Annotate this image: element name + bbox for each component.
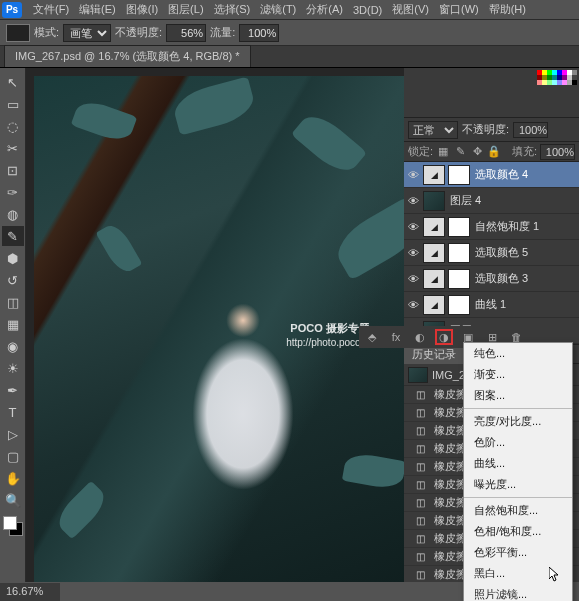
layer-opacity-input[interactable] — [513, 122, 548, 138]
menu-view[interactable]: 视图(V) — [387, 2, 434, 17]
move-tool[interactable]: ↖ — [2, 72, 24, 92]
new-adjustment-layer-icon[interactable]: ◑ — [435, 329, 453, 345]
layer-thumb[interactable]: ◢ — [423, 165, 445, 185]
layers-list: 👁◢选取颜色 4👁图层 4👁◢自然饱和度 1👁◢选取颜色 5👁◢选取颜色 3👁◢… — [404, 162, 579, 344]
lock-all-icon[interactable]: 🔒 — [487, 145, 501, 159]
pen-tool[interactable]: ✒ — [2, 380, 24, 400]
status-bar: 16.67% — [0, 583, 60, 601]
stamp-tool[interactable]: ⬢ — [2, 248, 24, 268]
blur-tool[interactable]: ◉ — [2, 336, 24, 356]
blend-mode-select[interactable]: 正常 — [408, 121, 458, 139]
layer-row[interactable]: 👁◢选取颜色 4 — [404, 162, 579, 188]
opacity-input[interactable] — [166, 24, 206, 42]
layer-mask-icon[interactable]: ◐ — [411, 329, 429, 345]
layer-name: 曲线 1 — [475, 297, 506, 312]
layer-row[interactable]: 👁◢选取颜色 3 — [404, 266, 579, 292]
canvas-area[interactable]: POCO 摄影专题 http://photo.poco.cn — [26, 68, 404, 582]
menu-image[interactable]: 图像(I) — [121, 2, 163, 17]
menu-layer[interactable]: 图层(L) — [163, 2, 208, 17]
layer-row[interactable]: 👁◢曲线 1 — [404, 292, 579, 318]
path-tool[interactable]: ▷ — [2, 424, 24, 444]
layer-thumb[interactable]: ◢ — [423, 217, 445, 237]
layer-opacity-label: 不透明度: — [462, 122, 509, 137]
visibility-icon[interactable]: 👁 — [406, 298, 420, 312]
menu-analysis[interactable]: 分析(A) — [301, 2, 348, 17]
layer-thumb[interactable]: ◢ — [423, 295, 445, 315]
layer-style-icon[interactable]: fx — [387, 329, 405, 345]
layer-thumb[interactable]: ◢ — [423, 243, 445, 263]
context-menu-item[interactable]: 色彩平衡... — [464, 542, 572, 563]
shape-tool[interactable]: ▢ — [2, 446, 24, 466]
crop-tool[interactable]: ⊡ — [2, 160, 24, 180]
eraser-icon: ◫ — [416, 497, 430, 509]
context-menu-item[interactable]: 曝光度... — [464, 474, 572, 495]
layer-mask-thumb[interactable] — [448, 217, 470, 237]
context-menu-item[interactable]: 图案... — [464, 385, 572, 406]
layer-mask-thumb[interactable] — [448, 269, 470, 289]
context-menu-item[interactable]: 色相/饱和度... — [464, 521, 572, 542]
context-menu-item[interactable]: 色阶... — [464, 432, 572, 453]
mouse-cursor-icon — [549, 567, 563, 583]
zoom-tool[interactable]: 🔍 — [2, 490, 24, 510]
adjustment-context-menu: 纯色...渐变...图案...亮度/对比度...色阶...曲线...曝光度...… — [463, 342, 573, 601]
lasso-tool[interactable]: ◌ — [2, 116, 24, 136]
options-bar: 模式: 画笔 不透明度: 流量: — [0, 20, 579, 46]
document-tab[interactable]: IMG_267.psd @ 16.7% (选取颜色 4, RGB/8) * — [4, 45, 251, 67]
context-menu-item[interactable]: 照片滤镜... — [464, 584, 572, 601]
flow-input[interactable] — [239, 24, 279, 42]
mode-select[interactable]: 画笔 — [63, 24, 111, 42]
eraser-icon: ◫ — [416, 479, 430, 491]
history-brush-tool[interactable]: ↺ — [2, 270, 24, 290]
layer-row[interactable]: 👁◢自然饱和度 1 — [404, 214, 579, 240]
layer-thumb[interactable]: ◢ — [423, 269, 445, 289]
brush-preview[interactable] — [6, 24, 30, 42]
color-panel[interactable] — [404, 68, 579, 118]
eraser-icon: ◫ — [416, 569, 430, 581]
flow-label: 流量: — [210, 25, 235, 40]
visibility-icon[interactable]: 👁 — [406, 194, 420, 208]
lock-transparency-icon[interactable]: ▦ — [436, 145, 450, 159]
hand-tool[interactable]: ✋ — [2, 468, 24, 488]
menu-select[interactable]: 选择(S) — [209, 2, 256, 17]
layer-row[interactable]: 👁◢选取颜色 5 — [404, 240, 579, 266]
color-swatches[interactable] — [3, 516, 23, 536]
menu-3d[interactable]: 3D(D) — [348, 4, 387, 16]
eraser-icon: ◫ — [416, 551, 430, 563]
context-menu-item[interactable]: 亮度/对比度... — [464, 411, 572, 432]
marquee-tool[interactable]: ▭ — [2, 94, 24, 114]
layer-row[interactable]: 👁图层 4 — [404, 188, 579, 214]
layer-thumb[interactable] — [423, 191, 445, 211]
visibility-icon[interactable]: 👁 — [406, 246, 420, 260]
lock-position-icon[interactable]: ✥ — [470, 145, 484, 159]
visibility-icon[interactable]: 👁 — [406, 272, 420, 286]
healing-tool[interactable]: ◍ — [2, 204, 24, 224]
eraser-icon: ◫ — [416, 515, 430, 527]
menu-edit[interactable]: 编辑(E) — [74, 2, 121, 17]
brush-tool[interactable]: ✎ — [2, 226, 24, 246]
eraser-tool[interactable]: ◫ — [2, 292, 24, 312]
layer-mask-thumb[interactable] — [448, 243, 470, 263]
zoom-level[interactable]: 16.67% — [6, 585, 43, 597]
eraser-icon: ◫ — [416, 425, 430, 437]
visibility-icon[interactable]: 👁 — [406, 168, 420, 182]
link-layers-icon[interactable]: ⬘ — [363, 329, 381, 345]
fill-input[interactable] — [540, 144, 575, 160]
context-menu-item[interactable]: 纯色... — [464, 343, 572, 364]
menu-window[interactable]: 窗口(W) — [434, 2, 484, 17]
visibility-icon[interactable]: 👁 — [406, 220, 420, 234]
gradient-tool[interactable]: ▦ — [2, 314, 24, 334]
layer-mask-thumb[interactable] — [448, 165, 470, 185]
context-menu-item[interactable]: 曲线... — [464, 453, 572, 474]
menu-filter[interactable]: 滤镜(T) — [255, 2, 301, 17]
eraser-icon: ◫ — [416, 407, 430, 419]
magic-wand-tool[interactable]: ✂ — [2, 138, 24, 158]
eyedropper-tool[interactable]: ✑ — [2, 182, 24, 202]
context-menu-item[interactable]: 渐变... — [464, 364, 572, 385]
dodge-tool[interactable]: ☀ — [2, 358, 24, 378]
menu-file[interactable]: 文件(F) — [28, 2, 74, 17]
context-menu-item[interactable]: 自然饱和度... — [464, 500, 572, 521]
lock-pixels-icon[interactable]: ✎ — [453, 145, 467, 159]
type-tool[interactable]: T — [2, 402, 24, 422]
menu-help[interactable]: 帮助(H) — [484, 2, 531, 17]
layer-mask-thumb[interactable] — [448, 295, 470, 315]
